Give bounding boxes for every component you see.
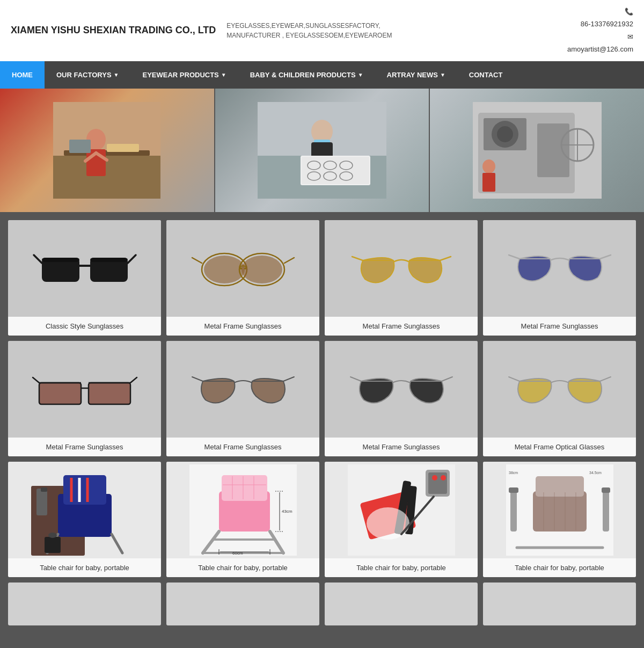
product-image-aviator-brown2 — [166, 341, 319, 438]
product-card-classic[interactable]: Classic Style Sunglasses — [8, 220, 161, 336]
product-card-aviator-gold[interactable]: Metal Frame Sunglasses — [325, 220, 478, 336]
svg-rect-1 — [53, 156, 160, 199]
svg-rect-63 — [89, 383, 130, 404]
product-card-aviator-brown2[interactable]: Metal Frame Sunglasses — [166, 341, 319, 456]
product-grid-row1: Classic Style Sunglasses — [8, 220, 636, 336]
product-image-aviator-navy — [483, 220, 636, 317]
product-label-rect-brown: Metal Frame Sunglasses — [8, 438, 161, 456]
product-card-rect-brown[interactable]: Metal Frame Sunglasses — [8, 341, 161, 456]
product-grid-row3: Table chair for baby, portable — [8, 462, 636, 577]
product-label-aviator-navy: Metal Frame Sunglasses — [483, 317, 636, 336]
products-section: Classic Style Sunglasses — [0, 212, 644, 634]
product-image-classic — [8, 220, 161, 317]
product-label-aviator-gold: Metal Frame Sunglasses — [325, 317, 478, 336]
svg-text:43cm: 43cm — [282, 509, 292, 514]
site-logo: XIAMEN YISHU SHEXIAN TRADING CO., LTD — [11, 25, 216, 36]
svg-rect-39 — [42, 258, 79, 262]
product-card-baby4[interactable]: 38cm 34.5cm Table chair for baby, portab… — [483, 462, 636, 577]
product-image-aviator-gold — [325, 220, 478, 317]
product-card-more3[interactable] — [325, 583, 478, 625]
svg-point-97 — [48, 533, 57, 538]
product-label-baby2: Table chair for baby, portable — [166, 558, 319, 577]
main-nav: HOME OUR FACTORYS ▼ EYEWEAR PRODUCTS ▼ B… — [0, 61, 644, 89]
site-header: XIAMEN YISHU SHEXIAN TRADING CO., LTD EY… — [0, 0, 644, 61]
svg-rect-32 — [482, 173, 495, 192]
svg-point-48 — [240, 267, 242, 270]
nav-home[interactable]: HOME — [0, 61, 45, 89]
product-card-more2[interactable] — [166, 583, 319, 625]
product-image-baby2: 43cm 60cm — [166, 462, 319, 558]
svg-rect-61 — [39, 383, 81, 404]
nav-contact[interactable]: CONTACT — [457, 61, 515, 89]
product-label-baby3: Table chair for baby, portable — [325, 558, 478, 577]
site-tagline: EYEGLASSES,EYEWEAR,SUNGLASSESFACTORY, MA… — [226, 21, 392, 40]
svg-point-45 — [241, 256, 282, 283]
product-label-optical: Metal Frame Optical Glasses — [483, 438, 636, 456]
svg-rect-135 — [509, 487, 518, 493]
svg-point-31 — [482, 159, 495, 173]
product-image-optical — [483, 341, 636, 438]
product-label-baby4: Table chair for baby, portable — [483, 558, 636, 577]
hero-image-2 — [215, 89, 430, 212]
svg-rect-134 — [510, 489, 517, 531]
svg-rect-129 — [536, 476, 584, 497]
svg-rect-128 — [533, 491, 587, 531]
hero-banner — [0, 89, 644, 212]
svg-text:38cm: 38cm — [509, 471, 518, 475]
product-image-rect-brown — [8, 341, 161, 438]
product-card-baby2[interactable]: 43cm 60cm Table chair for baby, portable — [166, 462, 319, 577]
product-card-aviator-dark[interactable]: Metal Frame Sunglasses — [325, 341, 478, 456]
product-label-aviator-brown2: Metal Frame Sunglasses — [166, 438, 319, 456]
email-address: ✉ amoyartist@126.com — [567, 31, 633, 56]
product-label-metal-round: Metal Frame Sunglasses — [166, 317, 319, 336]
svg-point-123 — [432, 475, 437, 480]
svg-rect-88 — [63, 475, 106, 505]
product-grid-row4-partial — [8, 583, 636, 625]
svg-rect-137 — [602, 487, 610, 493]
product-image-metal-round — [166, 220, 319, 317]
product-label-aviator-dark: Metal Frame Sunglasses — [325, 438, 478, 456]
svg-rect-40 — [90, 258, 128, 262]
svg-point-124 — [441, 475, 446, 480]
product-card-aviator-navy[interactable]: Metal Frame Sunglasses — [483, 220, 636, 336]
product-image-baby1 — [8, 462, 161, 558]
svg-point-49 — [244, 267, 246, 270]
hero-image-3 — [430, 89, 644, 212]
svg-rect-136 — [603, 489, 609, 531]
product-card-baby3[interactable]: Table chair for baby, portable — [325, 462, 478, 577]
product-card-more1[interactable] — [8, 583, 161, 625]
svg-text:60cm: 60cm — [232, 551, 243, 556]
product-card-metal-round[interactable]: Metal Frame Sunglasses — [166, 220, 319, 336]
svg-rect-27 — [537, 123, 569, 177]
svg-point-125 — [367, 507, 409, 540]
svg-point-26 — [497, 126, 513, 142]
svg-text:34.5cm: 34.5cm — [589, 471, 602, 475]
product-card-baby1[interactable]: Table chair for baby, portable — [8, 462, 161, 577]
svg-rect-95 — [41, 487, 47, 492]
nav-factorys[interactable]: OUR FACTORYS ▼ — [45, 61, 130, 89]
product-card-optical[interactable]: Metal Frame Optical Glasses — [483, 341, 636, 456]
product-card-more4[interactable] — [483, 583, 636, 625]
svg-rect-8 — [69, 140, 91, 153]
product-grid-row2: Metal Frame Sunglasses Metal Frame S — [8, 341, 636, 456]
product-label-classic: Classic Style Sunglasses — [8, 317, 161, 336]
product-label-baby1: Table chair for baby, portable — [8, 558, 161, 577]
product-image-baby4: 38cm 34.5cm — [483, 462, 636, 558]
nav-eyewear[interactable]: EYEWEAR PRODUCTS ▼ — [130, 61, 238, 89]
contact-info: 📞 86-13376921932 ✉ amoyartist@126.com — [567, 5, 633, 56]
nav-news[interactable]: ARTRAY NEWS ▼ — [375, 61, 457, 89]
svg-point-43 — [204, 256, 245, 283]
product-image-baby3 — [325, 462, 478, 558]
product-image-aviator-dark — [325, 341, 478, 438]
svg-rect-94 — [36, 489, 47, 515]
hero-image-1 — [0, 89, 215, 212]
phone-number: 📞 86-13376921932 — [567, 5, 633, 31]
svg-rect-7 — [107, 144, 139, 152]
svg-rect-96 — [45, 537, 61, 553]
svg-rect-100 — [222, 475, 267, 501]
nav-baby[interactable]: BABY & CHILDREN PRODUCTS ▼ — [238, 61, 375, 89]
